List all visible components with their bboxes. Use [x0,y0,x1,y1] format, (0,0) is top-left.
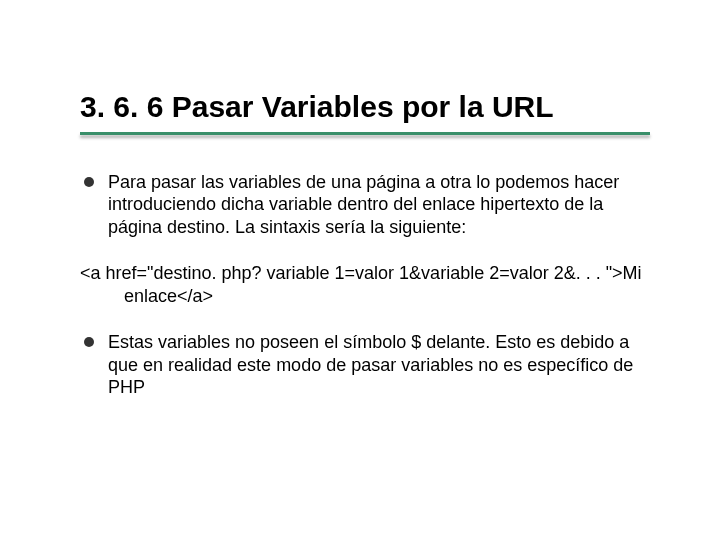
paragraph-2: Estas variables no poseen el símbolo $ d… [108,331,650,399]
slide-title: 3. 6. 6 Pasar Variables por la URL [80,88,650,130]
slide: 3. 6. 6 Pasar Variables por la URL Para … [0,0,720,463]
code-line: <a href="destino. php? variable 1=valor … [80,262,650,307]
title-block: 3. 6. 6 Pasar Variables por la URL [80,88,650,135]
bullet-item: Estas variables no poseen el símbolo $ d… [80,331,650,399]
title-underline [80,132,650,135]
bullet-icon [84,177,94,187]
code-text: <a href="destino. php? variable 1=valor … [80,262,650,307]
slide-body: Para pasar las variables de una página a… [80,171,650,399]
paragraph-1: Para pasar las variables de una página a… [108,171,650,239]
bullet-item: Para pasar las variables de una página a… [80,171,650,239]
bullet-icon [84,337,94,347]
